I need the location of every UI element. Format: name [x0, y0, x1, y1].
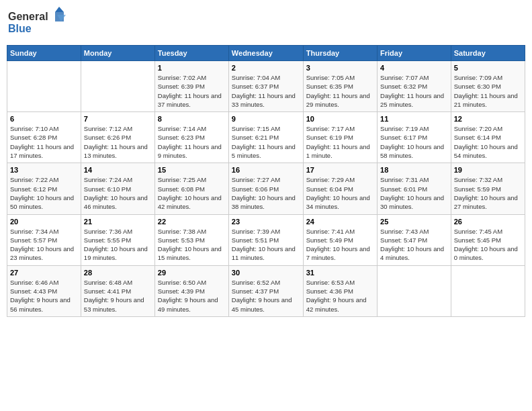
- cell-week2-day6: 12Sunrise: 7:20 AM Sunset: 6:14 PM Dayli…: [451, 112, 525, 163]
- day-number: 26: [454, 218, 522, 226]
- day-info: Sunrise: 6:46 AM Sunset: 4:43 PM Dayligh…: [10, 278, 78, 314]
- header-monday: Monday: [81, 46, 154, 61]
- page-header: General Blue: [7, 7, 525, 40]
- day-number: 3: [306, 64, 374, 72]
- cell-week3-day4: 17Sunrise: 7:29 AM Sunset: 6:04 PM Dayli…: [303, 163, 377, 214]
- day-number: 16: [232, 166, 300, 174]
- cell-week1-day2: 1Sunrise: 7:02 AM Sunset: 6:39 PM Daylig…: [154, 61, 228, 112]
- day-number: 22: [158, 218, 226, 226]
- day-info: Sunrise: 6:53 AM Sunset: 4:36 PM Dayligh…: [306, 278, 374, 314]
- day-info: Sunrise: 7:02 AM Sunset: 6:39 PM Dayligh…: [158, 73, 226, 109]
- svg-text:Blue: Blue: [8, 23, 32, 34]
- day-number: 28: [84, 269, 152, 277]
- day-number: 8: [158, 115, 226, 123]
- header-friday: Friday: [378, 46, 451, 61]
- week-row-5: 27Sunrise: 6:46 AM Sunset: 4:43 PM Dayli…: [7, 265, 525, 316]
- svg-marker-3: [55, 7, 64, 12]
- day-number: 20: [10, 218, 78, 226]
- day-info: Sunrise: 7:19 AM Sunset: 6:17 PM Dayligh…: [380, 124, 448, 160]
- cell-week5-day6: [451, 265, 525, 316]
- calendar-header-row: SundayMondayTuesdayWednesdayThursdayFrid…: [7, 46, 525, 61]
- day-info: Sunrise: 7:04 AM Sunset: 6:37 PM Dayligh…: [232, 73, 300, 109]
- day-info: Sunrise: 6:48 AM Sunset: 4:41 PM Dayligh…: [84, 278, 152, 314]
- day-info: Sunrise: 7:32 AM Sunset: 5:59 PM Dayligh…: [454, 175, 522, 211]
- day-info: Sunrise: 7:20 AM Sunset: 6:14 PM Dayligh…: [454, 124, 522, 160]
- cell-week3-day1: 14Sunrise: 7:24 AM Sunset: 6:10 PM Dayli…: [81, 163, 154, 214]
- day-number: 21: [84, 218, 152, 226]
- day-number: 1: [158, 64, 226, 72]
- day-info: Sunrise: 7:34 AM Sunset: 5:57 PM Dayligh…: [10, 227, 78, 263]
- cell-week2-day1: 7Sunrise: 7:12 AM Sunset: 6:26 PM Daylig…: [81, 112, 154, 163]
- cell-week1-day1: [81, 61, 154, 112]
- cell-week1-day3: 2Sunrise: 7:04 AM Sunset: 6:37 PM Daylig…: [228, 61, 303, 112]
- day-info: Sunrise: 7:41 AM Sunset: 5:49 PM Dayligh…: [306, 227, 374, 263]
- day-number: 30: [232, 269, 300, 277]
- day-info: Sunrise: 7:12 AM Sunset: 6:26 PM Dayligh…: [84, 124, 152, 160]
- cell-week4-day5: 25Sunrise: 7:43 AM Sunset: 5:47 PM Dayli…: [378, 214, 451, 265]
- day-number: 19: [454, 166, 522, 174]
- day-info: Sunrise: 7:36 AM Sunset: 5:55 PM Dayligh…: [84, 227, 152, 263]
- day-info: Sunrise: 7:25 AM Sunset: 6:08 PM Dayligh…: [158, 175, 226, 211]
- day-info: Sunrise: 7:45 AM Sunset: 5:45 PM Dayligh…: [454, 227, 522, 263]
- day-number: 27: [10, 269, 78, 277]
- day-info: Sunrise: 7:24 AM Sunset: 6:10 PM Dayligh…: [84, 175, 152, 211]
- cell-week4-day4: 24Sunrise: 7:41 AM Sunset: 5:49 PM Dayli…: [303, 214, 377, 265]
- header-saturday: Saturday: [451, 46, 525, 61]
- week-row-4: 20Sunrise: 7:34 AM Sunset: 5:57 PM Dayli…: [7, 214, 525, 265]
- cell-week4-day6: 26Sunrise: 7:45 AM Sunset: 5:45 PM Dayli…: [451, 214, 525, 265]
- cell-week3-day3: 16Sunrise: 7:27 AM Sunset: 6:06 PM Dayli…: [228, 163, 303, 214]
- day-number: 29: [158, 269, 226, 277]
- day-number: 4: [380, 64, 448, 72]
- day-info: Sunrise: 7:07 AM Sunset: 6:32 PM Dayligh…: [380, 73, 448, 109]
- day-info: Sunrise: 7:15 AM Sunset: 6:21 PM Dayligh…: [232, 124, 300, 160]
- cell-week5-day5: [378, 265, 451, 316]
- header-tuesday: Tuesday: [154, 46, 228, 61]
- day-info: Sunrise: 7:29 AM Sunset: 6:04 PM Dayligh…: [306, 175, 374, 211]
- day-number: 12: [454, 115, 522, 123]
- day-number: 18: [380, 166, 448, 174]
- header-thursday: Thursday: [303, 46, 377, 61]
- week-row-2: 6Sunrise: 7:10 AM Sunset: 6:28 PM Daylig…: [7, 112, 525, 163]
- cell-week4-day1: 21Sunrise: 7:36 AM Sunset: 5:55 PM Dayli…: [81, 214, 154, 265]
- day-number: 5: [454, 64, 522, 72]
- cell-week1-day5: 4Sunrise: 7:07 AM Sunset: 6:32 PM Daylig…: [378, 61, 451, 112]
- day-number: 24: [306, 218, 374, 226]
- day-info: Sunrise: 7:10 AM Sunset: 6:28 PM Dayligh…: [10, 124, 78, 160]
- cell-week3-day2: 15Sunrise: 7:25 AM Sunset: 6:08 PM Dayli…: [154, 163, 228, 214]
- day-info: Sunrise: 7:38 AM Sunset: 5:53 PM Dayligh…: [158, 227, 226, 263]
- cell-week4-day3: 23Sunrise: 7:39 AM Sunset: 5:51 PM Dayli…: [228, 214, 303, 265]
- cell-week5-day0: 27Sunrise: 6:46 AM Sunset: 4:43 PM Dayli…: [7, 265, 81, 316]
- cell-week2-day2: 8Sunrise: 7:14 AM Sunset: 6:23 PM Daylig…: [154, 112, 228, 163]
- svg-text:General: General: [8, 11, 48, 22]
- cell-week3-day5: 18Sunrise: 7:31 AM Sunset: 6:01 PM Dayli…: [378, 163, 451, 214]
- day-number: 13: [10, 166, 78, 174]
- logo-text: General Blue: [7, 7, 67, 40]
- cell-week5-day2: 29Sunrise: 6:50 AM Sunset: 4:39 PM Dayli…: [154, 265, 228, 316]
- cell-week1-day4: 3Sunrise: 7:05 AM Sunset: 6:35 PM Daylig…: [303, 61, 377, 112]
- week-row-1: 1Sunrise: 7:02 AM Sunset: 6:39 PM Daylig…: [7, 61, 525, 112]
- cell-week3-day6: 19Sunrise: 7:32 AM Sunset: 5:59 PM Dayli…: [451, 163, 525, 214]
- header-wednesday: Wednesday: [228, 46, 303, 61]
- cell-week1-day6: 5Sunrise: 7:09 AM Sunset: 6:30 PM Daylig…: [451, 61, 525, 112]
- day-info: Sunrise: 7:31 AM Sunset: 6:01 PM Dayligh…: [380, 175, 448, 211]
- logo: General Blue: [7, 7, 67, 40]
- cell-week2-day0: 6Sunrise: 7:10 AM Sunset: 6:28 PM Daylig…: [7, 112, 81, 163]
- day-info: Sunrise: 6:52 AM Sunset: 4:37 PM Dayligh…: [232, 278, 300, 314]
- calendar-table: SundayMondayTuesdayWednesdayThursdayFrid…: [7, 45, 525, 317]
- day-info: Sunrise: 6:50 AM Sunset: 4:39 PM Dayligh…: [158, 278, 226, 314]
- day-number: 25: [380, 218, 448, 226]
- cell-week1-day0: [7, 61, 81, 112]
- week-row-3: 13Sunrise: 7:22 AM Sunset: 6:12 PM Dayli…: [7, 163, 525, 214]
- day-info: Sunrise: 7:22 AM Sunset: 6:12 PM Dayligh…: [10, 175, 78, 211]
- day-info: Sunrise: 7:17 AM Sunset: 6:19 PM Dayligh…: [306, 124, 374, 160]
- cell-week2-day4: 10Sunrise: 7:17 AM Sunset: 6:19 PM Dayli…: [303, 112, 377, 163]
- day-number: 2: [232, 64, 300, 72]
- day-info: Sunrise: 7:14 AM Sunset: 6:23 PM Dayligh…: [158, 124, 226, 160]
- day-info: Sunrise: 7:39 AM Sunset: 5:51 PM Dayligh…: [232, 227, 300, 263]
- day-number: 6: [10, 115, 78, 123]
- cell-week4-day0: 20Sunrise: 7:34 AM Sunset: 5:57 PM Dayli…: [7, 214, 81, 265]
- cell-week4-day2: 22Sunrise: 7:38 AM Sunset: 5:53 PM Dayli…: [154, 214, 228, 265]
- cell-week5-day1: 28Sunrise: 6:48 AM Sunset: 4:41 PM Dayli…: [81, 265, 154, 316]
- day-number: 17: [306, 166, 374, 174]
- day-number: 15: [158, 166, 226, 174]
